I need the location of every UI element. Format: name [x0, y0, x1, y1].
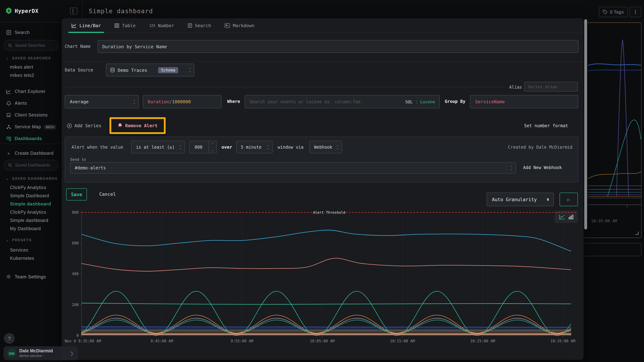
add-series-button[interactable]: Add Series — [67, 123, 102, 128]
plus-icon: + — [6, 151, 12, 156]
alert-condition-select[interactable]: is at least (≥) ⌃⌄ — [131, 141, 185, 153]
chevron-updown-icon: ⌃⌄ — [267, 145, 269, 149]
help-button[interactable]: ? — [4, 333, 15, 344]
over-label: over — [222, 144, 232, 150]
granularity-select[interactable]: Auto Granularity ∨ — [486, 193, 554, 206]
saved-dashboard-item[interactable]: Simple dashboard — [10, 218, 48, 223]
sidebar-item-dashboards[interactable]: Dashboards — [0, 135, 62, 143]
chevron-right-icon: ❯ — [70, 351, 74, 356]
chart-explorer-icon — [6, 89, 12, 94]
field-token: / — [169, 99, 172, 104]
markdown-icon: M↓ — [224, 23, 230, 28]
create-dashboard-label: Create Dashboard — [15, 151, 54, 156]
saved-dashboard-item[interactable]: My Dashboard — [10, 226, 41, 231]
background-dashboard-chart — [588, 29, 642, 214]
lucene-mode-button[interactable]: Lucene — [420, 99, 435, 104]
sidebar-item-chart-explorer[interactable]: Chart Explorer — [0, 88, 62, 95]
sidebar-item-label: Client Sessions — [15, 113, 48, 118]
saved-dashboard-item-active[interactable]: Simple dashboard — [10, 201, 51, 206]
saved-searches-input[interactable]: Saved Searches — [4, 40, 58, 51]
data-source-select[interactable]: Demo Traces Schema ⌃⌄ — [106, 64, 194, 76]
sidebar-item-search[interactable]: Search — [0, 29, 62, 36]
saved-dashboards-input[interactable]: Saved Dashboards — [4, 160, 58, 171]
play-icon: ▷ — [567, 197, 570, 202]
svg-text:600: 600 — [72, 241, 79, 245]
team-settings-label: Team Settings — [15, 274, 46, 279]
saved-searches-header[interactable]: ⌄ SAVED SEARCHES — [6, 56, 62, 60]
send-to-select[interactable]: #demo-alerts ⌃⌄ — [70, 162, 516, 174]
edit-chart-svg: Nov 6 9:35:00 AM9:45:00 AM9:55:00 AM10:0… — [65, 209, 578, 344]
set-number-format-button[interactable]: Set number format — [524, 123, 568, 128]
number-stepper[interactable]: ⌃⌄ — [208, 141, 216, 153]
alert-channel-select[interactable]: Webhook ⌃⌄ — [310, 141, 342, 153]
alias-divider — [65, 87, 506, 87]
tab-markdown[interactable]: M↓ Markdown — [224, 18, 254, 32]
create-dashboard-button[interactable]: + Create Dashboard — [0, 149, 62, 157]
sidebar-toggle-icon[interactable] — [70, 7, 77, 15]
panel-resize-handle[interactable] — [636, 232, 639, 235]
chevron-updown-icon: ⌃⌄ — [337, 145, 338, 149]
sidebar: Search Saved Searches ⌄ SAVED SEARCHES m… — [0, 22, 62, 362]
user-chip[interactable]: DM Dale McDiarmid demo-service - ❯ — [4, 346, 78, 360]
tab-line-bar[interactable]: Line/Bar — [72, 18, 101, 32]
table-icon — [114, 23, 119, 28]
tab-number[interactable]: 123 Number — [149, 18, 174, 32]
alias-input[interactable] — [524, 82, 578, 91]
tab-table[interactable]: Table — [114, 18, 136, 32]
sidebar-item-service-map[interactable]: Service Map BETA — [0, 123, 62, 131]
svg-text:10:05:00 AM: 10:05:00 AM — [310, 339, 335, 343]
saved-dashboard-item[interactable]: ClickPy Analytics — [10, 210, 46, 215]
background-panel-2 — [576, 243, 642, 256]
saved-dashboards-header[interactable]: ⌄ SAVED DASHBOARDS — [6, 177, 62, 181]
lang-separator: | — [415, 99, 418, 104]
sidebar-item-client-sessions[interactable]: Client Sessions — [0, 111, 62, 119]
svg-text:0: 0 — [76, 333, 79, 338]
stepper-up-icon: ⌃ — [212, 143, 214, 146]
save-button[interactable]: Save — [66, 188, 87, 200]
chart-type-tabbar: Line/Bar Table 123 Number Search M↓ Mark… — [62, 18, 584, 33]
svg-text:9:45:00 AM: 9:45:00 AM — [150, 339, 173, 343]
alias-input-wrap — [524, 82, 578, 91]
saved-dashboard-item[interactable]: Simple Dashboard — [10, 193, 49, 198]
preset-item[interactable]: Kubernetes — [10, 256, 34, 261]
saved-search-item[interactable]: mikes tets2 — [10, 73, 34, 78]
sidebar-item-alerts[interactable]: Alerts — [0, 99, 62, 107]
brand-name: HyperDX — [15, 8, 38, 14]
team-settings-item[interactable]: Team Settings — [0, 273, 62, 281]
saved-dashboard-item[interactable]: ClickPy Analytics — [10, 185, 46, 190]
modal-scrollbar[interactable] — [584, 19, 587, 229]
created-by-label: Created by Dale McDiarmid — [508, 145, 572, 150]
hyperdx-shield-icon — [6, 7, 12, 14]
dashboards-icon — [6, 136, 12, 141]
sql-mode-button[interactable]: SQL — [405, 99, 413, 104]
aggregation-select[interactable]: Average ⌃⌄ — [65, 95, 139, 108]
beta-badge: BETA — [44, 125, 56, 129]
more-menu-button[interactable]: ⋮ — [630, 7, 641, 17]
presets-header[interactable]: ⌄ PRESETS — [6, 238, 62, 242]
group-by-input[interactable]: ServiceName — [470, 95, 578, 108]
svg-text:200: 200 — [72, 303, 79, 307]
search-icon — [8, 163, 12, 167]
field-input[interactable]: Duration/1000000 — [143, 95, 222, 108]
circle-plus-icon — [67, 123, 72, 128]
svg-text:10:25:00 AM: 10:25:00 AM — [470, 339, 495, 343]
svg-text:Alert Threshold: Alert Threshold — [313, 210, 346, 215]
chart-name-input-wrap — [98, 40, 578, 53]
run-query-button[interactable]: ▷ — [560, 193, 578, 206]
user-subtitle: demo-service - — [19, 354, 53, 358]
chart-name-input[interactable] — [98, 40, 578, 52]
cancel-button[interactable]: Cancel — [99, 191, 116, 197]
edit-chart-modal: Line/Bar Table 123 Number Search M↓ Mark… — [62, 18, 584, 360]
add-new-webhook-button[interactable]: Add New Webhook — [523, 165, 562, 170]
saved-search-item[interactable]: mikes alert — [10, 65, 33, 70]
preset-item[interactable]: Services — [10, 248, 28, 253]
alert-threshold-input[interactable]: 800 ⌃⌄ — [189, 141, 217, 153]
svg-text:Nov 6 9:35:00 AM: Nov 6 9:35:00 AM — [65, 339, 101, 343]
tags-button[interactable]: 0 Tags — [599, 7, 628, 17]
user-name: Dale McDiarmid — [19, 349, 53, 354]
alert-window-select[interactable]: 5 minute ⌃⌄ — [236, 141, 273, 153]
add-series-label: Add Series — [74, 123, 102, 128]
tab-search[interactable]: Search — [188, 18, 211, 32]
brand-logo[interactable]: HyperDX — [6, 7, 38, 14]
sidebar-divider — [0, 144, 62, 144]
